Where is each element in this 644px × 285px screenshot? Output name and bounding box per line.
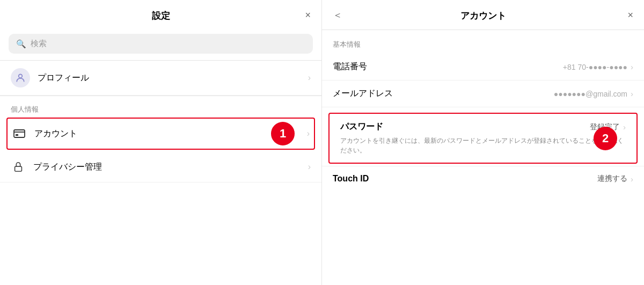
password-highlight-wrapper: パスワード 登録完了 › アカウントを引き継ぐには、最新のパスワードとメールアド… (322, 111, 644, 166)
profile-chevron: › (308, 73, 311, 83)
password-desc: アカウントを引き継ぐには、最新のパスワードとメールアドレスが登録されていることを… (340, 136, 626, 155)
password-status: 登録完了 (590, 122, 620, 132)
account-item[interactable]: アカウント › (8, 119, 314, 149)
left-title: 設定 (152, 10, 170, 22)
profile-label: プロフィール (38, 72, 308, 84)
phone-value: +81 70-●●●●-●●●● (397, 63, 627, 71)
account-highlight-wrapper: アカウント › 1 (0, 118, 321, 150)
privacy-label: プライバシー管理 (33, 162, 308, 173)
password-chevron: › (623, 122, 626, 131)
left-header: 設定 × (0, 0, 321, 30)
right-header: ＜ アカウント × (322, 0, 644, 30)
password-block[interactable]: パスワード 登録完了 › アカウントを引き継ぐには、最新のパスワードとメールアド… (328, 113, 638, 164)
account-chevron: › (307, 129, 310, 138)
touch-id-value: 連携する (597, 174, 627, 184)
svg-rect-1 (14, 130, 25, 137)
email-value: ●●●●●●●@gmail.com (397, 90, 627, 98)
password-label: パスワード (340, 121, 383, 133)
back-button[interactable]: ＜ (333, 9, 342, 21)
privacy-icon (11, 159, 26, 174)
password-top: パスワード 登録完了 › (340, 121, 626, 133)
svg-rect-4 (15, 166, 22, 171)
right-close-button[interactable]: × (627, 10, 633, 20)
password-right: 登録完了 › (590, 122, 626, 132)
email-chevron: › (631, 89, 633, 98)
left-close-button[interactable]: × (305, 10, 311, 20)
account-icon (12, 126, 27, 141)
svg-point-0 (19, 74, 23, 78)
account-highlight-box: アカウント › (6, 118, 315, 150)
phone-row[interactable]: 電話番号 +81 70-●●●●-●●●● › (322, 54, 644, 81)
left-panel: 設定 × 🔍 検索 プロフィール › 個人情報 (0, 0, 322, 285)
account-label: アカウント (34, 128, 307, 140)
right-panel: ＜ アカウント × 基本情報 電話番号 +81 70-●●●●-●●●● › メ… (322, 0, 644, 285)
phone-chevron: › (631, 62, 633, 71)
account-svg (13, 127, 26, 140)
touch-id-label: Touch ID (333, 174, 597, 184)
privacy-chevron: › (308, 162, 311, 172)
profile-item[interactable]: プロフィール › (0, 61, 321, 96)
search-icon: 🔍 (16, 39, 26, 49)
basic-info-section: 基本情報 (322, 30, 644, 54)
search-placeholder: 検索 (31, 39, 47, 49)
right-title: アカウント (460, 10, 506, 22)
svg-rect-3 (16, 134, 18, 136)
search-bar[interactable]: 🔍 検索 (9, 34, 313, 54)
section-personal-label: 個人情報 (0, 96, 321, 118)
profile-icon (15, 72, 26, 83)
touch-id-chevron: › (631, 174, 633, 184)
touch-id-row[interactable]: Touch ID 連携する › (322, 166, 644, 191)
phone-label: 電話番号 (333, 61, 397, 72)
privacy-item[interactable]: プライバシー管理 › (0, 152, 321, 182)
lock-icon (12, 161, 24, 173)
profile-icon-bg (11, 68, 30, 87)
email-row[interactable]: メールアドレス ●●●●●●●@gmail.com › (322, 81, 644, 107)
email-label: メールアドレス (333, 88, 397, 99)
